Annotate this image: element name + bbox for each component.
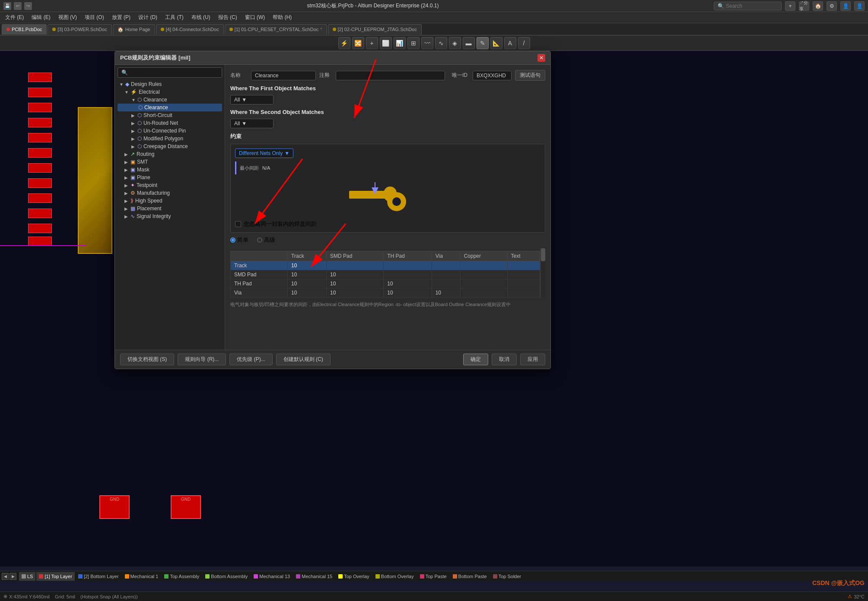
- layer-top-paste[interactable]: Top Paste: [417, 572, 449, 581]
- tool-point[interactable]: ◈: [449, 37, 461, 49]
- radio-simple[interactable]: 简单: [230, 236, 248, 244]
- table-row-smd-pad[interactable]: SMD Pad 10 10: [231, 270, 540, 279]
- tool-fill[interactable]: ▬: [463, 37, 475, 49]
- row-via-via[interactable]: 10: [432, 288, 460, 297]
- tree-modified-polygon[interactable]: ▶ ⬡ Modified Polygon: [118, 135, 222, 142]
- menu-file[interactable]: 文件 (E): [2, 13, 27, 22]
- tab-pcb1[interactable]: PCB1.PcbDoc: [2, 24, 47, 35]
- tool-measure[interactable]: 📐: [490, 37, 502, 49]
- table-row-th-pad[interactable]: TH Pad 10 10 10: [231, 279, 540, 288]
- home-btn[interactable]: 🏠: [813, 1, 823, 11]
- layer-ls[interactable]: LS: [19, 572, 35, 581]
- layer-top-solder[interactable]: Top Solder: [490, 572, 524, 581]
- tree-electrical[interactable]: ▼ ⚡ Electrical: [118, 88, 222, 96]
- switch-view-btn[interactable]: 切换文档视图 (S): [120, 354, 174, 365]
- row-smd-track[interactable]: 10: [288, 270, 327, 279]
- settings-btn[interactable]: ⚙: [827, 1, 837, 11]
- row-smd-smd[interactable]: 10: [327, 270, 384, 279]
- second-match-dropdown[interactable]: All ▼: [230, 119, 273, 128]
- table-row-via[interactable]: Via 10 10 10 10: [231, 288, 540, 297]
- layer-mech13[interactable]: Mechanical 13: [251, 572, 293, 581]
- row-th-th[interactable]: 10: [384, 279, 432, 288]
- tree-testpoint[interactable]: ▶ ✦ Testpoint: [118, 181, 222, 189]
- tool-curve[interactable]: ∿: [435, 37, 447, 49]
- row-via-smd[interactable]: 10: [327, 288, 384, 297]
- test-button[interactable]: 测试语句: [515, 70, 545, 81]
- menu-help[interactable]: 帮助 (H): [269, 13, 295, 22]
- table-row-track[interactable]: Track 10: [231, 261, 540, 270]
- tree-un-connected[interactable]: ▶ ⬡ Un-Connected Pin: [118, 127, 222, 135]
- row-th-smd[interactable]: 10: [327, 279, 384, 288]
- tool-add[interactable]: +: [366, 37, 378, 49]
- apply-btn[interactable]: 应用: [520, 354, 545, 365]
- tree-placement[interactable]: ▶ ▦ Placement: [118, 205, 222, 212]
- confirm-btn[interactable]: 确定: [463, 354, 488, 365]
- layer-top-overlay[interactable]: Top Overlay: [336, 572, 372, 581]
- account-btn[interactable]: 👤: [854, 1, 865, 11]
- layer-prev-btn[interactable]: ◀: [2, 573, 9, 580]
- icon-redo[interactable]: ↪: [24, 2, 32, 10]
- layer-mech15[interactable]: Mechanical 15: [293, 572, 335, 581]
- row-via-th[interactable]: 10: [384, 288, 432, 297]
- layer-top-assembly[interactable]: Top Assembly: [162, 572, 202, 581]
- cancel-btn[interactable]: 取消: [492, 354, 517, 365]
- tool-rect[interactable]: ⬜: [380, 37, 392, 49]
- ignore-pad-checkbox[interactable]: [235, 221, 241, 227]
- tree-high-speed[interactable]: ▶ ⟫ High Speed: [118, 197, 222, 205]
- tree-manufacturing[interactable]: ▶ ⚙ Manufacturing: [118, 189, 222, 197]
- tab-home[interactable]: 🏠 Home Page: [113, 24, 155, 35]
- priority-btn[interactable]: 优先级 (P)...: [229, 354, 272, 365]
- tab-sch03[interactable]: [3] 03-POWER.SchDoc: [48, 24, 111, 35]
- layer-bottom-assembly[interactable]: Bottom Assembly: [203, 572, 250, 581]
- icon-save[interactable]: 💾: [3, 2, 11, 10]
- row-th-track[interactable]: 10: [288, 279, 327, 288]
- tab-sch04[interactable]: [4] 04-Connector.SchDoc: [156, 24, 224, 35]
- menu-edit[interactable]: 编辑 (E): [28, 13, 54, 22]
- tool-grid[interactable]: ⊞: [407, 37, 420, 49]
- tree-creepage[interactable]: ▶ ⬡ Creepage Distance: [118, 142, 222, 150]
- tree-routing[interactable]: ▶ ↗ Routing: [118, 150, 222, 158]
- layer-top[interactable]: [1] Top Layer: [36, 572, 74, 581]
- tool-route[interactable]: 🔀: [352, 37, 364, 49]
- tool-trace[interactable]: 〰: [421, 37, 433, 49]
- layer-bottom-paste[interactable]: Bottom Paste: [450, 572, 490, 581]
- menu-project[interactable]: 项目 (O): [81, 13, 108, 22]
- tree-root[interactable]: ▼ ◆ Design Rules: [118, 80, 222, 88]
- table-scroll-area[interactable]: Track SMD Pad TH Pad Via Copper Text: [230, 247, 540, 297]
- share-btn[interactable]: ↗分享: [799, 1, 809, 11]
- menu-place[interactable]: 放置 (P): [108, 13, 134, 22]
- name-input[interactable]: [251, 71, 316, 80]
- tab-sch01[interactable]: [1] 01-CPU_RESET_CRYSTAL.SchDoc *: [225, 24, 327, 35]
- tool-text[interactable]: A: [504, 37, 516, 49]
- tool-line[interactable]: /: [518, 37, 530, 49]
- tree-mask[interactable]: ▶ ▣ Mask: [118, 166, 222, 174]
- menu-design[interactable]: 设计 (D): [135, 13, 161, 22]
- constraint-mode-dropdown[interactable]: Different Nets Only ▼: [235, 149, 293, 158]
- table-scrollbar[interactable]: [540, 247, 545, 297]
- layer-mech1[interactable]: Mechanical 1: [122, 572, 161, 581]
- layer-next-btn[interactable]: ▶: [10, 573, 16, 580]
- rule-guide-btn[interactable]: 规则向导 (R)...: [178, 354, 226, 365]
- add-btn[interactable]: +: [785, 1, 795, 11]
- create-default-btn[interactable]: 创建默认规则 (C): [276, 354, 331, 365]
- window-controls[interactable]: 💾 ↩ ↪: [3, 2, 32, 10]
- first-match-dropdown[interactable]: All ▼: [230, 95, 273, 104]
- tool-edit[interactable]: ✎: [477, 37, 489, 49]
- tab-sch02[interactable]: [2] 02-CPU_EEPROM_JTAG.SchDoc: [328, 24, 422, 35]
- tree-short-circuit[interactable]: ▶ ⬡ Short-Circuit: [118, 111, 222, 119]
- tree-plane[interactable]: ▶ ▣ Plane: [118, 174, 222, 181]
- tool-chart[interactable]: 📊: [394, 37, 406, 49]
- id-input[interactable]: [473, 71, 512, 80]
- row-track-track[interactable]: 10: [288, 261, 327, 270]
- icon-undo[interactable]: ↩: [14, 2, 22, 10]
- tree-signal-integrity[interactable]: ▶ ∿ Signal Integrity: [118, 212, 222, 220]
- search-bar[interactable]: 🔍: [714, 2, 782, 10]
- menu-tools[interactable]: 工具 (T): [162, 13, 187, 22]
- dialog-close-btn[interactable]: ✕: [537, 54, 545, 62]
- tree-clearance-group[interactable]: ▼ ⬡ Clearance: [118, 96, 222, 104]
- tree-search-input[interactable]: [118, 67, 222, 78]
- menu-report[interactable]: 报告 (C): [215, 13, 241, 22]
- user-btn[interactable]: 👤: [840, 1, 851, 11]
- layer-bottom[interactable]: [2] Bottom Layer: [76, 572, 121, 581]
- search-input[interactable]: [726, 3, 778, 9]
